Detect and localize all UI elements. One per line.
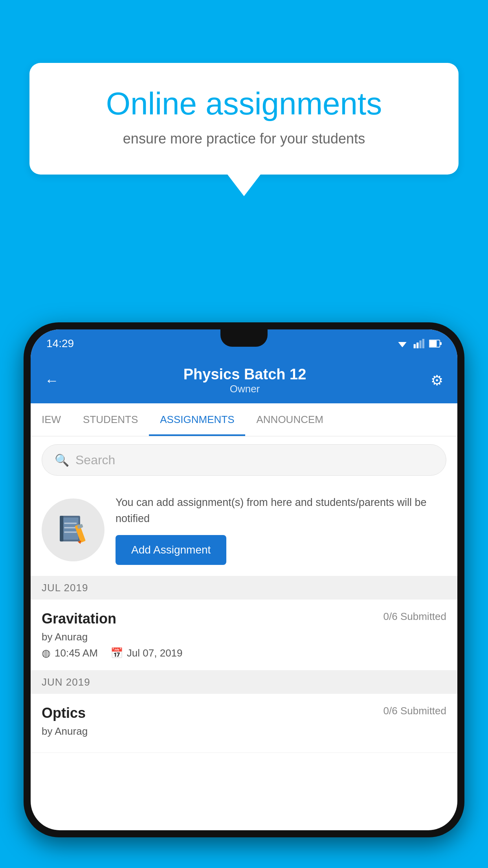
assignment-item-gravitation[interactable]: Gravitation 0/6 Submitted by Anurag ◍ 10… — [31, 600, 457, 671]
gear-icon[interactable]: ⚙ — [431, 372, 443, 389]
assignment-meta: ◍ 10:45 AM 📅 Jul 07, 2019 — [42, 647, 446, 659]
add-assignment-button[interactable]: Add Assignment — [116, 535, 226, 565]
battery-icon — [429, 340, 442, 348]
speech-bubble-subtitle: ensure more practice for your students — [57, 131, 431, 147]
search-icon: 🔍 — [55, 453, 69, 467]
svg-rect-2 — [414, 344, 416, 348]
svg-rect-3 — [416, 342, 418, 348]
add-assignment-right: You can add assignment(s) from here and … — [116, 495, 446, 565]
status-icons — [396, 339, 442, 348]
search-bar[interactable]: 🔍 Search — [42, 444, 446, 476]
speech-bubble-container: Online assignments ensure more practice … — [29, 63, 459, 196]
add-assignment-description: You can add assignment(s) from here and … — [116, 495, 446, 526]
app-header: ← Physics Batch 12 Owner ⚙ — [31, 358, 457, 403]
phone-inner: 14:29 — [31, 329, 457, 830]
speech-bubble-title: Online assignments — [57, 86, 431, 121]
assignment-icon-circle — [42, 498, 105, 561]
svg-rect-11 — [60, 516, 63, 541]
search-placeholder: Search — [75, 453, 115, 467]
notch — [220, 329, 268, 347]
add-assignment-card: You can add assignment(s) from here and … — [31, 484, 457, 576]
header-subtitle: Owner — [59, 383, 431, 395]
assignment-submitted-optics: 0/6 Submitted — [383, 705, 446, 717]
tab-students[interactable]: STUDENTS — [72, 403, 149, 436]
svg-rect-7 — [429, 340, 437, 347]
svg-rect-4 — [419, 340, 421, 348]
signal-icon — [413, 339, 424, 348]
svg-marker-1 — [400, 344, 405, 347]
search-container: 🔍 Search — [31, 436, 457, 484]
assignment-date: 📅 Jul 07, 2019 — [110, 647, 183, 659]
header-title: Physics Batch 12 — [59, 366, 431, 383]
speech-bubble-arrow — [227, 175, 261, 196]
back-button[interactable]: ← — [45, 372, 59, 389]
tab-announcements[interactable]: ANNOUNCEM — [245, 403, 334, 436]
assignment-name-optics: Optics — [42, 705, 86, 721]
assignment-item-header-optics: Optics 0/6 Submitted — [42, 705, 446, 721]
calendar-icon: 📅 — [110, 647, 123, 659]
tab-iew[interactable]: IEW — [31, 403, 72, 436]
assignment-item-header: Gravitation 0/6 Submitted — [42, 611, 446, 627]
phone-container: 14:29 — [24, 322, 464, 868]
clock-icon: ◍ — [42, 647, 51, 659]
svg-rect-8 — [440, 342, 442, 345]
assignment-item-optics[interactable]: Optics 0/6 Submitted by Anurag — [31, 694, 457, 753]
header-center: Physics Batch 12 Owner — [59, 366, 431, 395]
tabs-container: IEW STUDENTS ASSIGNMENTS ANNOUNCEM — [31, 403, 457, 436]
phone-outer: 14:29 — [24, 322, 464, 837]
wifi-icon — [396, 339, 409, 348]
month-separator-jun: JUN 2019 — [31, 671, 457, 694]
speech-bubble: Online assignments ensure more practice … — [29, 63, 459, 175]
month-separator-jul: JUL 2019 — [31, 576, 457, 600]
status-time: 14:29 — [46, 337, 74, 350]
assignment-by-optics: by Anurag — [42, 725, 446, 737]
svg-rect-5 — [422, 339, 424, 348]
assignment-by: by Anurag — [42, 631, 446, 643]
tab-assignments[interactable]: ASSIGNMENTS — [149, 403, 245, 436]
assignment-submitted: 0/6 Submitted — [383, 611, 446, 623]
assignment-time: ◍ 10:45 AM — [42, 647, 98, 659]
status-bar: 14:29 — [31, 329, 457, 358]
notebook-icon — [55, 512, 91, 548]
assignment-name: Gravitation — [42, 611, 116, 627]
